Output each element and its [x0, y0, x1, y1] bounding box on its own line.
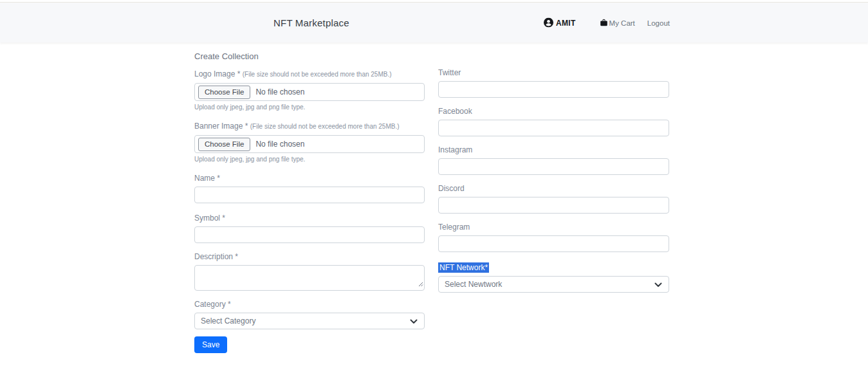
nav-user-label: AMIT — [556, 18, 576, 27]
category-label: Category * — [194, 300, 425, 309]
symbol-label: Symbol * — [194, 214, 425, 223]
banner-file-status: No file chosen — [255, 140, 304, 149]
description-label: Description * — [194, 252, 425, 261]
instagram-label: Instagram — [438, 145, 669, 154]
person-circle-icon — [544, 18, 553, 28]
page-title: Create Collection — [194, 51, 425, 62]
nav-my-cart[interactable]: My Cart — [600, 19, 635, 27]
category-selected-value: Select Category — [201, 316, 255, 325]
symbol-input[interactable] — [194, 226, 425, 243]
description-group: Description * — [194, 252, 425, 291]
nft-network-label: NFT Network* — [438, 262, 489, 273]
category-select[interactable]: Select Category — [194, 313, 425, 329]
logo-image-label: Logo Image * (File size should not be ex… — [194, 69, 425, 79]
twitter-group: Twitter — [438, 68, 669, 98]
app-header: NFT Marketplace AMIT My Cart Logout — [0, 2, 868, 42]
logo-choose-file-button[interactable]: Choose File — [198, 86, 250, 99]
facebook-input[interactable] — [438, 120, 669, 136]
name-label: Name * — [194, 174, 425, 183]
chevron-down-icon — [410, 315, 418, 327]
logo-image-group: Logo Image * (File size should not be ex… — [194, 69, 425, 111]
form-left-column: Create Collection Logo Image * (File siz… — [194, 51, 425, 353]
banner-file-input[interactable]: Choose File No file chosen — [194, 135, 425, 153]
category-group: Category * Select Category — [194, 300, 425, 329]
banner-image-label: Banner Image * (File size should not be … — [194, 122, 425, 131]
chevron-down-icon — [654, 279, 662, 290]
bag-icon — [600, 19, 608, 27]
save-button[interactable]: Save — [194, 336, 227, 353]
twitter-input[interactable] — [438, 81, 669, 98]
nft-network-group: NFT Network* Select Newtwork — [438, 261, 669, 293]
discord-label: Discord — [438, 184, 669, 193]
nav-cart-label: My Cart — [609, 19, 635, 26]
banner-image-group: Banner Image * (File size should not be … — [194, 122, 425, 163]
brand-title: NFT Marketplace — [273, 17, 349, 28]
telegram-label: Telegram — [438, 223, 669, 232]
banner-size-note: (File size should not be exceeded more t… — [250, 123, 400, 130]
form-right-column: Twitter Facebook Instagram Discord Teleg… — [438, 68, 669, 293]
resize-grip-icon[interactable] — [418, 278, 423, 289]
logo-file-status: No file chosen — [255, 87, 304, 96]
network-select[interactable]: Select Newtwork — [438, 276, 669, 293]
banner-helper-text: Upload only jpeg, jpg and png file type. — [194, 156, 425, 163]
discord-input[interactable] — [438, 197, 669, 214]
instagram-input[interactable] — [438, 158, 669, 175]
logo-file-input[interactable]: Choose File No file chosen — [194, 83, 425, 101]
discord-group: Discord — [438, 184, 669, 214]
logo-helper-text: Upload only jpeg, jpg and png file type. — [194, 104, 425, 111]
nav-user[interactable]: AMIT — [544, 18, 576, 28]
facebook-group: Facebook — [438, 107, 669, 136]
symbol-group: Symbol * — [194, 214, 425, 243]
description-textarea[interactable] — [194, 265, 425, 291]
banner-choose-file-button[interactable]: Choose File — [198, 138, 250, 151]
facebook-label: Facebook — [438, 107, 669, 116]
network-selected-value: Select Newtwork — [445, 280, 502, 289]
name-input[interactable] — [194, 187, 425, 203]
telegram-group: Telegram — [438, 223, 669, 252]
nav-logout[interactable]: Logout — [647, 19, 670, 26]
twitter-label: Twitter — [438, 68, 669, 77]
name-group: Name * — [194, 174, 425, 203]
logo-size-note: (File size should not be exceeded more t… — [243, 71, 392, 78]
header-nav: AMIT My Cart Logout — [544, 18, 670, 28]
telegram-input[interactable] — [438, 235, 669, 252]
instagram-group: Instagram — [438, 145, 669, 175]
